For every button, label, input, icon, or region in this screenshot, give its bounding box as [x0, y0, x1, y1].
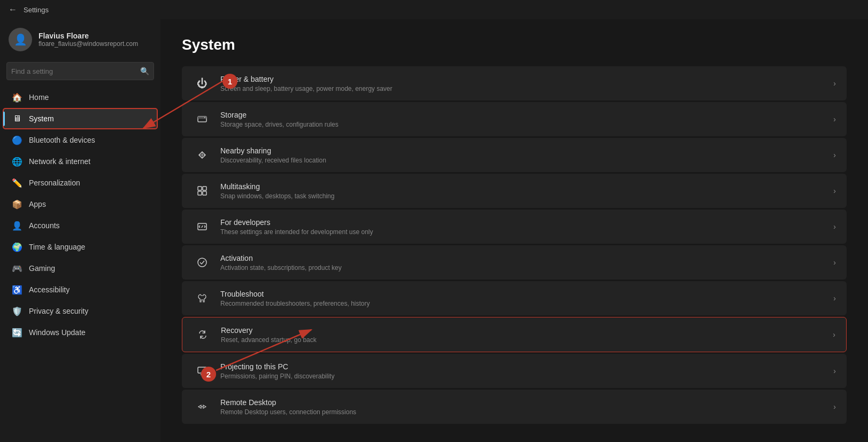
sidebar-item-label: Home	[29, 93, 49, 102]
setting-item-developers[interactable]: For developers These settings are intend…	[182, 210, 847, 244]
chevron-icon: ›	[833, 115, 836, 123]
activation-icon	[193, 253, 212, 272]
setting-item-troubleshoot[interactable]: Troubleshoot Recommended troubleshooters…	[182, 281, 847, 315]
setting-name-multitasking: Multitasking	[220, 182, 827, 191]
sidebar-item-windowsupdate[interactable]: 🔄 Windows Update	[3, 322, 157, 343]
main-layout: 👤 Flavius Floare floare_flavius@windowsr…	[0, 19, 868, 442]
projecting-icon	[193, 361, 212, 381]
chevron-icon: ›	[833, 258, 836, 267]
multitasking-icon	[193, 181, 212, 200]
setting-name-recovery: Recovery	[221, 326, 826, 335]
sidebar-item-gaming[interactable]: 🎮 Gaming	[3, 258, 157, 278]
svg-rect-11	[203, 187, 206, 190]
sidebar-item-label: Time & language	[29, 243, 85, 251]
setting-name-power: Power & battery	[220, 75, 827, 83]
setting-desc-power: Screen and sleep, battery usage, power m…	[220, 85, 827, 92]
sidebar-item-system[interactable]: 🖥 System	[3, 108, 157, 129]
user-email: floare_flavius@windowsreport.com	[39, 40, 138, 48]
titlebar-title: Settings	[24, 6, 49, 14]
chevron-icon: ›	[833, 367, 836, 375]
chevron-icon: ›	[833, 330, 835, 339]
sidebar-item-privacy[interactable]: 🛡️ Privacy & security	[3, 301, 157, 321]
setting-desc-nearby: Discoverability, received files location	[220, 157, 827, 164]
setting-item-multitasking[interactable]: Multitasking Snap windows, desktops, tas…	[182, 174, 847, 208]
user-info: Flavius Floare floare_flavius@windowsrep…	[39, 32, 138, 48]
chevron-icon: ›	[833, 151, 836, 159]
setting-item-projecting[interactable]: Projecting to this PC Permissions, pairi…	[182, 354, 847, 388]
svg-point-20	[198, 258, 206, 267]
svg-line-16	[199, 227, 200, 228]
gaming-icon: 🎮	[12, 263, 22, 274]
search-box[interactable]: 🔍	[6, 62, 154, 80]
svg-rect-12	[198, 191, 202, 195]
privacy-icon: 🛡️	[12, 306, 22, 316]
sidebar-item-accessibility[interactable]: ♿ Accessibility	[3, 280, 157, 300]
search-input[interactable]	[11, 67, 136, 75]
titlebar: ← Settings	[0, 0, 868, 19]
sidebar-item-label: Gaming	[29, 264, 55, 273]
search-container: 🔍	[0, 58, 160, 87]
setting-name-storage: Storage	[220, 111, 827, 119]
content-area: System ⏻ Power & battery Screen and slee…	[160, 19, 868, 442]
sidebar-item-label: System	[29, 114, 54, 123]
setting-desc-troubleshoot: Recommended troubleshooters, preferences…	[220, 300, 827, 307]
chevron-icon: ›	[833, 402, 836, 411]
accessibility-icon: ♿	[12, 284, 22, 295]
sidebar-item-label: Windows Update	[29, 328, 86, 337]
chevron-icon: ›	[833, 187, 836, 195]
chevron-icon: ›	[833, 294, 836, 303]
setting-desc-multitasking: Snap windows, desktops, task switching	[220, 192, 827, 200]
sidebar-item-home[interactable]: 🏠 Home	[3, 87, 157, 107]
troubleshoot-icon	[193, 289, 212, 308]
chevron-icon: ›	[833, 222, 836, 231]
home-icon: 🏠	[12, 92, 22, 103]
apps-icon: 📦	[12, 199, 22, 210]
setting-name-activation: Activation	[220, 254, 827, 262]
setting-item-power[interactable]: ⏻ Power & battery Screen and sleep, batt…	[182, 66, 847, 100]
setting-desc-recovery: Reset, advanced startup, go back	[221, 336, 826, 344]
storage-icon	[193, 110, 212, 129]
system-icon: 🖥	[12, 113, 22, 124]
setting-item-nearby[interactable]: Nearby sharing Discoverability, received…	[182, 138, 847, 172]
sidebar-item-label: Apps	[29, 200, 46, 208]
user-profile[interactable]: 👤 Flavius Floare floare_flavius@windowsr…	[0, 19, 160, 58]
bluetooth-icon: 🔵	[12, 135, 22, 145]
setting-item-remotedesktop[interactable]: Remote Desktop Remote Desktop users, con…	[182, 390, 847, 424]
remotedesktop-icon	[193, 397, 212, 416]
svg-rect-21	[198, 367, 206, 373]
sidebar-item-network[interactable]: 🌐 Network & internet	[3, 151, 157, 172]
setting-desc-developers: These settings are intended for developm…	[220, 228, 827, 236]
sidebar-item-label: Accounts	[29, 221, 60, 230]
setting-item-activation[interactable]: Activation Activation state, subscriptio…	[182, 245, 847, 280]
chevron-icon: ›	[833, 79, 836, 88]
setting-name-troubleshoot: Troubleshoot	[220, 290, 827, 298]
sidebar-item-label: Bluetooth & devices	[29, 136, 95, 144]
setting-desc-remotedesktop: Remote Desktop users, connection permiss…	[220, 408, 827, 416]
setting-item-storage[interactable]: Storage Storage space, drives, configura…	[182, 102, 847, 136]
setting-name-remotedesktop: Remote Desktop	[220, 398, 827, 407]
svg-point-9	[204, 117, 205, 118]
time-icon: 🌍	[12, 242, 22, 252]
setting-desc-activation: Activation state, subscriptions, product…	[220, 264, 827, 272]
sidebar-item-label: Privacy & security	[29, 307, 88, 315]
setting-name-projecting: Projecting to this PC	[220, 362, 827, 371]
svg-line-15	[199, 226, 200, 227]
sidebar-item-label: Accessibility	[29, 285, 70, 294]
search-icon: 🔍	[140, 67, 149, 75]
svg-line-18	[204, 227, 205, 228]
personalization-icon: ✏️	[12, 177, 22, 188]
windowsupdate-icon: 🔄	[12, 327, 22, 338]
setting-name-nearby: Nearby sharing	[220, 146, 827, 155]
sidebar-item-personalization[interactable]: ✏️ Personalization	[3, 173, 157, 193]
setting-name-developers: For developers	[220, 218, 827, 227]
sidebar-item-accounts[interactable]: 👤 Accounts	[3, 215, 157, 236]
setting-item-recovery[interactable]: Recovery Reset, advanced startup, go bac…	[182, 317, 847, 352]
back-button[interactable]: ←	[6, 3, 19, 16]
avatar: 👤	[9, 28, 32, 51]
power-icon: ⏻	[193, 74, 212, 93]
setting-desc-storage: Storage space, drives, configuration rul…	[220, 121, 827, 128]
sidebar-item-apps[interactable]: 📦 Apps	[3, 194, 157, 214]
sidebar-item-bluetooth[interactable]: 🔵 Bluetooth & devices	[3, 130, 157, 150]
svg-line-19	[202, 226, 203, 228]
sidebar-item-time[interactable]: 🌍 Time & language	[3, 237, 157, 257]
